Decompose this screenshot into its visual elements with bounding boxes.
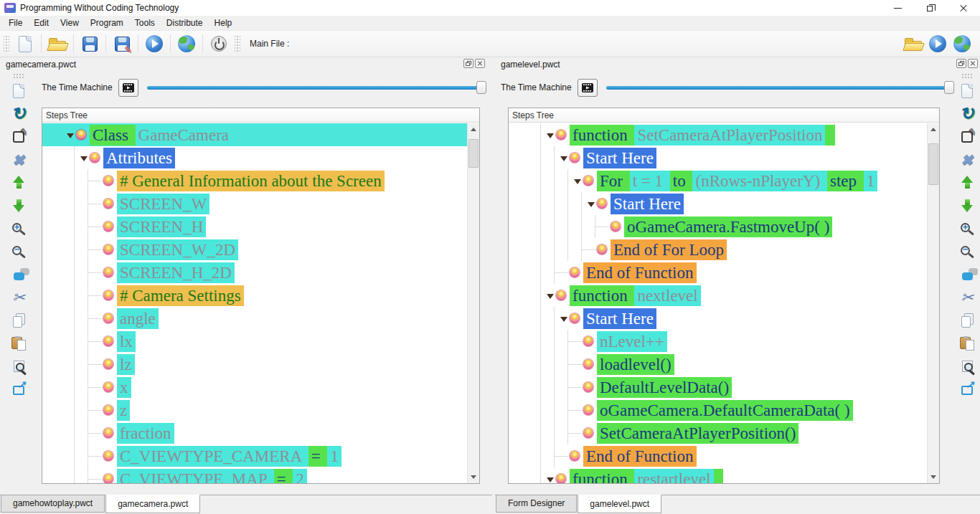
- new-page-icon[interactable]: [956, 81, 978, 100]
- edit-icon[interactable]: [8, 127, 29, 146]
- refresh-icon[interactable]: [8, 104, 29, 123]
- play-icon[interactable]: [927, 33, 948, 54]
- save-as-icon[interactable]: [111, 33, 133, 54]
- tree-row[interactable]: Attributes: [42, 146, 467, 169]
- scroll-up-button[interactable]: [468, 123, 479, 135]
- edit-icon[interactable]: [956, 127, 978, 146]
- menu-item-edit[interactable]: Edit: [28, 16, 55, 29]
- time-machine-button[interactable]: [118, 79, 138, 97]
- scrollbar-thumb[interactable]: [928, 143, 938, 185]
- find-icon[interactable]: [8, 356, 29, 376]
- tree-row[interactable]: C_VIEWTYPE_CAMERA = 1: [42, 444, 467, 467]
- slider-handle[interactable]: [476, 81, 486, 94]
- side-toolbar-grip[interactable]: [13, 73, 24, 78]
- expander-arrow-icon[interactable]: [545, 292, 556, 299]
- zoom-out-icon[interactable]: [956, 242, 978, 261]
- new-page-icon[interactable]: [8, 81, 29, 100]
- tree-row[interactable]: End of Function: [509, 261, 927, 284]
- move-up-icon[interactable]: [956, 173, 978, 192]
- slider-track[interactable]: [606, 86, 954, 90]
- power-icon[interactable]: [208, 33, 230, 54]
- expander-arrow-icon[interactable]: [545, 132, 556, 138]
- expander-arrow-icon[interactable]: [545, 476, 556, 482]
- run-icon[interactable]: [143, 33, 165, 54]
- dock-close-button[interactable]: [968, 59, 978, 68]
- menu-item-file[interactable]: File: [3, 16, 28, 29]
- tree-row[interactable]: lx: [42, 330, 467, 353]
- comments-icon[interactable]: [956, 265, 978, 284]
- expander-arrow-icon[interactable]: [585, 201, 597, 207]
- tree-row[interactable]: End of For Loop: [509, 238, 927, 261]
- tree-row[interactable]: SCREEN_H_2D: [42, 261, 467, 284]
- cut-icon[interactable]: [8, 287, 29, 307]
- tree-scrollbar[interactable]: [467, 123, 479, 483]
- tab-form-designer[interactable]: Form Designer: [496, 495, 577, 513]
- tab-gamehowtoplay[interactable]: gamehowtoplay.pwct: [1, 495, 105, 513]
- tree-row[interactable]: nLevel++: [509, 330, 927, 353]
- move-up-icon[interactable]: [8, 173, 29, 192]
- toolbar-grip[interactable]: [4, 35, 9, 52]
- minimize-button[interactable]: [881, 0, 914, 16]
- find-icon[interactable]: [956, 356, 978, 376]
- menu-item-help[interactable]: Help: [209, 16, 238, 29]
- zoom-in-icon[interactable]: [8, 219, 29, 238]
- zoom-out-icon[interactable]: [8, 242, 29, 261]
- dock-close-button[interactable]: [475, 59, 485, 68]
- tab-gamelevel[interactable]: gamelevel.pwct: [578, 495, 661, 513]
- scroll-up-button[interactable]: [928, 123, 939, 135]
- tree-row[interactable]: Start Here: [509, 192, 927, 215]
- slider-handle[interactable]: [944, 81, 954, 94]
- menu-item-program[interactable]: Program: [85, 16, 129, 29]
- scroll-down-button[interactable]: [928, 472, 939, 483]
- expander-arrow-icon[interactable]: [65, 132, 76, 138]
- tree-row[interactable]: function restartlevel: [509, 467, 927, 483]
- detach-icon[interactable]: [8, 379, 29, 399]
- globe-icon[interactable]: [951, 33, 973, 54]
- tree-row[interactable]: For t = 1 to (nRows-nPlayerY) step 1: [509, 169, 927, 192]
- time-machine-slider[interactable]: [606, 80, 954, 95]
- scrollbar-thumb[interactable]: [468, 139, 479, 168]
- tree-row[interactable]: SCREEN_W: [42, 192, 467, 215]
- tree-row[interactable]: SetCameraAtPlayerPosition(): [509, 422, 927, 444]
- menu-item-distribute[interactable]: Distribute: [161, 16, 209, 29]
- tree-row[interactable]: fraction: [42, 422, 467, 444]
- paste-icon[interactable]: [956, 333, 978, 353]
- tree-row[interactable]: End of Function: [509, 444, 927, 467]
- tree-row[interactable]: Class GameCamera: [42, 123, 467, 146]
- expander-arrow-icon[interactable]: [558, 155, 570, 161]
- time-machine-slider[interactable]: [147, 80, 486, 95]
- tab-gamecamera[interactable]: gamecamera.pwct: [105, 495, 200, 513]
- expander-arrow-icon[interactable]: [572, 178, 583, 184]
- tree-row[interactable]: # Camera Settings: [42, 284, 467, 307]
- delete-icon[interactable]: [956, 150, 978, 169]
- scroll-down-button[interactable]: [468, 472, 479, 483]
- tree-row[interactable]: oGameCamera.DefaultCameraData( ): [509, 399, 927, 422]
- move-down-icon[interactable]: [956, 196, 978, 215]
- tree-row[interactable]: Start Here: [509, 146, 927, 169]
- paste-icon[interactable]: [8, 333, 29, 353]
- tree-row[interactable]: SCREEN_H: [42, 215, 467, 238]
- time-machine-button[interactable]: [578, 79, 598, 97]
- save-icon[interactable]: [79, 33, 100, 54]
- expander-arrow-icon[interactable]: [78, 155, 90, 161]
- tree-row[interactable]: x: [42, 376, 467, 399]
- tree-row[interactable]: function SetCameraAtPlayerPosition: [509, 123, 927, 146]
- cut-icon[interactable]: [956, 287, 978, 307]
- tree-row[interactable]: angle: [42, 307, 467, 330]
- zoom-in-icon[interactable]: [956, 219, 978, 238]
- refresh-icon[interactable]: [956, 104, 978, 123]
- tree-row[interactable]: C_VIEWTYPE_MAP = 2: [42, 467, 467, 483]
- copy-icon[interactable]: [8, 310, 29, 330]
- tree-row[interactable]: # General Information about the Screen: [42, 169, 467, 192]
- tree-row[interactable]: Start Here: [509, 307, 927, 330]
- tree-row[interactable]: oGameCamera.FastmoveUp( ): [509, 215, 927, 238]
- tree-row[interactable]: z: [42, 399, 467, 422]
- new-file-icon[interactable]: [14, 33, 36, 54]
- open-folder-icon[interactable]: [903, 33, 924, 54]
- tree-row[interactable]: loadlevel(): [509, 353, 927, 376]
- restore-button[interactable]: [914, 0, 947, 16]
- tree-row[interactable]: lz: [42, 353, 467, 376]
- expander-arrow-icon[interactable]: [558, 315, 570, 322]
- dock-float-button[interactable]: [956, 59, 966, 68]
- menu-item-view[interactable]: View: [55, 16, 85, 29]
